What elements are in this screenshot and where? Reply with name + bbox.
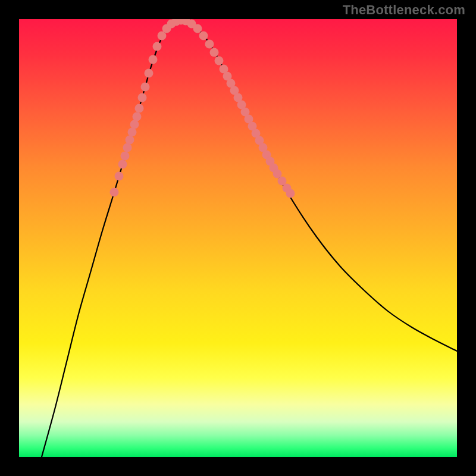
marker-dot — [286, 189, 295, 198]
marker-dot — [118, 160, 127, 169]
bottleneck-curve — [42, 20, 457, 457]
highlight-markers — [110, 19, 295, 198]
marker-dot — [210, 48, 219, 57]
marker-dot — [215, 57, 224, 65]
marker-dot — [149, 55, 158, 64]
marker-dot — [115, 172, 124, 181]
marker-dot — [193, 24, 202, 33]
marker-dot — [126, 136, 134, 145]
chart-frame: TheBottleneck.com — [0, 0, 476, 476]
marker-dot — [128, 128, 137, 137]
marker-dot — [135, 104, 144, 113]
marker-dot — [153, 42, 162, 51]
marker-dot — [205, 40, 214, 49]
marker-dot — [130, 120, 139, 129]
marker-dot — [199, 32, 208, 40]
marker-dot — [123, 143, 132, 152]
marker-dot — [138, 93, 147, 102]
marker-dot — [110, 188, 119, 197]
marker-dot — [121, 152, 130, 161]
marker-dot — [141, 83, 150, 92]
watermark-text: TheBottleneck.com — [343, 2, 465, 18]
chart-svg — [19, 19, 457, 457]
marker-dot — [133, 112, 142, 121]
plot-area — [19, 19, 457, 457]
marker-dot — [145, 69, 154, 78]
